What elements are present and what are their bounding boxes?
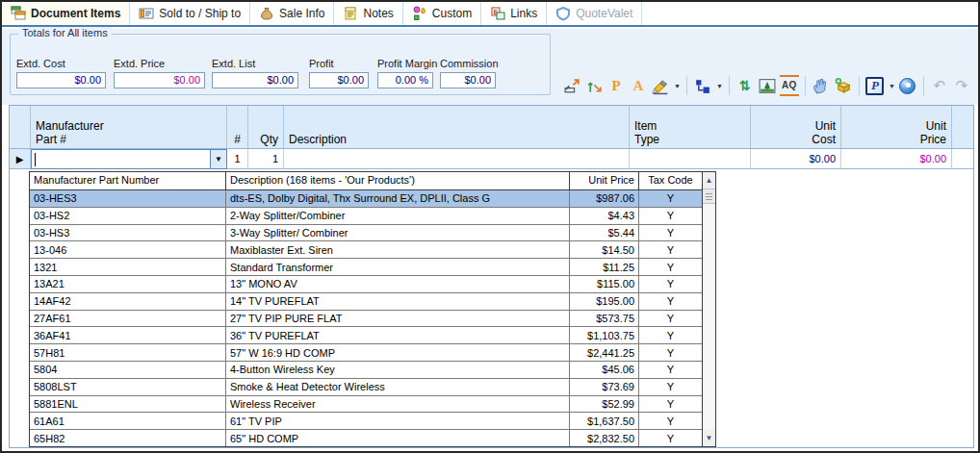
lookup-description[interactable]: Standard Transformer [226, 259, 570, 275]
lookup-tax-code[interactable]: Y [639, 362, 702, 378]
lookup-unit-price[interactable]: $2,441.25 [570, 344, 639, 361]
lookup-col-unit-price[interactable]: Unit Price [570, 172, 639, 189]
part-number-combo[interactable]: ▼ [31, 149, 227, 169]
dropdown-scrollbar[interactable]: ▲ ▼ [702, 172, 715, 446]
lookup-part-number[interactable]: 14AF42 [30, 293, 226, 310]
combo-dropdown-button[interactable]: ▼ [210, 150, 226, 168]
swap-arrows-icon[interactable] [584, 75, 604, 96]
tab-sale-info[interactable]: Sale Info [250, 2, 334, 25]
lookup-description[interactable]: Smoke & Heat Detector Wireless [226, 379, 570, 395]
lookup-row[interactable]: 65H8265" HD COMP$2,832.50Y [30, 430, 702, 446]
lookup-row[interactable]: 61A6161" TV PIP$1,637.50Y [30, 413, 702, 430]
tab-custom[interactable]: Custom [403, 2, 481, 25]
lookup-row[interactable]: 03-HS22-Way Splitter/Combiner$4.43Y [30, 208, 702, 225]
lookup-unit-price[interactable]: $573.75 [570, 311, 639, 327]
lookup-tax-code[interactable]: Y [639, 259, 702, 275]
p-logo-dropdown-icon[interactable]: ▼ [889, 83, 895, 89]
autosize-icon[interactable] [562, 75, 581, 96]
lookup-unit-price[interactable]: $11.25 [570, 259, 639, 275]
tab-document-items[interactable]: Document Items [2, 2, 130, 25]
lookup-description[interactable]: 14" TV PUREFLAT [226, 293, 570, 310]
lookup-description[interactable]: 57" W 16:9 HD COMP [226, 344, 570, 361]
lookup-description[interactable]: 61" TV PIP [226, 413, 570, 429]
lookup-tax-code[interactable]: Y [639, 276, 702, 292]
add-product-icon[interactable] [834, 75, 853, 96]
lookup-unit-price[interactable]: $4.43 [570, 208, 639, 224]
lookup-row[interactable]: 03-HES3dts-ES, Dolby Digital, Thx Surrou… [30, 190, 702, 208]
lookup-tax-code[interactable]: Y [639, 241, 702, 258]
aq-icon[interactable]: AQ [780, 75, 799, 96]
lookup-col-description[interactable]: Description (168 items - 'Our Products') [226, 172, 570, 189]
lookup-tax-code[interactable]: Y [639, 190, 702, 207]
lookup-row[interactable]: 5881ENLWireless Receiver$52.99Y [30, 396, 702, 414]
lookup-tax-code[interactable]: Y [639, 344, 702, 361]
lookup-part-number[interactable]: 1321 [30, 259, 226, 275]
col-manufacturer-part[interactable]: Manufacturer Part # [31, 106, 227, 148]
lookup-description[interactable]: Maxiblaster Ext. Siren [226, 241, 570, 258]
lookup-row[interactable]: 03-HS33-Way Splitter/ Combiner$5.44Y [30, 225, 702, 242]
unit-price-cell[interactable]: $0.00 [841, 149, 952, 168]
lookup-tax-code[interactable]: Y [639, 379, 702, 395]
lookup-col-tax-code[interactable]: Tax Code [639, 172, 702, 189]
lookup-part-number[interactable]: 65H82 [30, 430, 226, 446]
scrollbar-track[interactable] [703, 204, 715, 430]
lookup-description[interactable]: 65" HD COMP [226, 430, 570, 446]
lookup-unit-price[interactable]: $1,103.75 [570, 327, 639, 343]
lookup-part-number[interactable]: 03-HES3 [30, 190, 226, 207]
pick-hand-icon[interactable] [812, 75, 831, 96]
item-type-cell[interactable] [630, 149, 751, 168]
lookup-unit-price[interactable]: $987.06 [570, 190, 639, 207]
lookup-row[interactable]: 5808LSTSmoke & Heat Detector Wireless$73… [30, 379, 702, 396]
p-logo-icon[interactable]: P [865, 77, 884, 95]
lookup-part-number[interactable]: 5804 [30, 362, 226, 378]
lookup-description[interactable]: 3-Way Splitter/ Combiner [226, 225, 570, 241]
tab-quotevalet[interactable]: QuoteValet [547, 2, 642, 25]
lookup-tax-code[interactable]: Y [639, 225, 702, 241]
a-toggle-icon[interactable]: A [629, 75, 648, 96]
lookup-description[interactable]: 36" TV PUREFLAT [226, 327, 570, 343]
lookup-description[interactable]: 27" TV PIP PURE FLAT [226, 311, 570, 327]
lookup-description[interactable]: 13" MONO AV [226, 276, 570, 292]
lookup-row[interactable]: 1321Standard Transformer$11.25Y [30, 259, 702, 276]
tab-links[interactable]: E Links [481, 2, 547, 25]
lookup-tax-code[interactable]: Y [639, 327, 702, 343]
lookup-tax-code[interactable]: Y [639, 293, 702, 310]
col-unit-cost[interactable]: Unit Cost [751, 106, 841, 148]
col-line-number[interactable]: # [227, 106, 248, 148]
lookup-row[interactable]: 57H8157" W 16:9 HD COMP$2,441.25Y [30, 344, 702, 362]
lookup-tax-code[interactable]: Y [639, 430, 702, 446]
qty-cell[interactable]: 1 [248, 149, 284, 168]
grouping-icon[interactable] [693, 75, 712, 96]
lookup-unit-price[interactable]: $2,832.50 [570, 430, 639, 446]
lookup-tax-code[interactable]: Y [639, 396, 702, 413]
col-unit-price[interactable]: Unit Price [841, 106, 952, 148]
col-description[interactable]: Description [284, 106, 630, 148]
redo-icon[interactable]: ↷ [952, 75, 971, 96]
lookup-tax-code[interactable]: Y [639, 311, 702, 327]
lookup-description[interactable]: 4-Button Wireless Key [226, 362, 570, 378]
quotevalet-orb-icon[interactable] [899, 78, 916, 94]
lookup-tax-code[interactable]: Y [639, 208, 702, 224]
p-toggle-icon[interactable]: P [606, 75, 626, 96]
refresh-icon[interactable]: ⇅ [735, 75, 755, 96]
lookup-unit-price[interactable]: $115.00 [570, 276, 639, 292]
lookup-part-number[interactable]: 5808LST [30, 379, 226, 395]
lookup-unit-price[interactable]: $52.99 [570, 396, 639, 413]
tab-sold-to-ship-to[interactable]: Sold to / Ship to [130, 2, 250, 25]
lookup-row[interactable]: 27AF6127" TV PIP PURE FLAT$573.75Y [30, 311, 702, 328]
lookup-description[interactable]: Wireless Receiver [226, 396, 570, 413]
lookup-part-number[interactable]: 36AF41 [30, 327, 226, 343]
lookup-part-number[interactable]: 13A21 [30, 276, 226, 292]
col-item-type[interactable]: Item Type [630, 106, 751, 148]
lookup-part-number[interactable]: 27AF61 [30, 311, 226, 327]
undo-icon[interactable]: ↶ [930, 75, 949, 96]
lookup-unit-price[interactable]: $73.69 [570, 379, 639, 395]
tab-notes[interactable]: Notes [334, 2, 402, 25]
col-qty[interactable]: Qty [248, 106, 284, 148]
lookup-tax-code[interactable]: Y [639, 413, 702, 429]
image-icon[interactable] [758, 75, 777, 96]
lookup-row[interactable]: 58044-Button Wireless Key$45.06Y [30, 362, 702, 379]
lookup-part-number[interactable]: 5881ENL [30, 396, 226, 413]
scroll-up-icon[interactable]: ▲ [703, 172, 715, 189]
lookup-row[interactable]: 13-046Maxiblaster Ext. Siren$14.50Y [30, 241, 702, 259]
